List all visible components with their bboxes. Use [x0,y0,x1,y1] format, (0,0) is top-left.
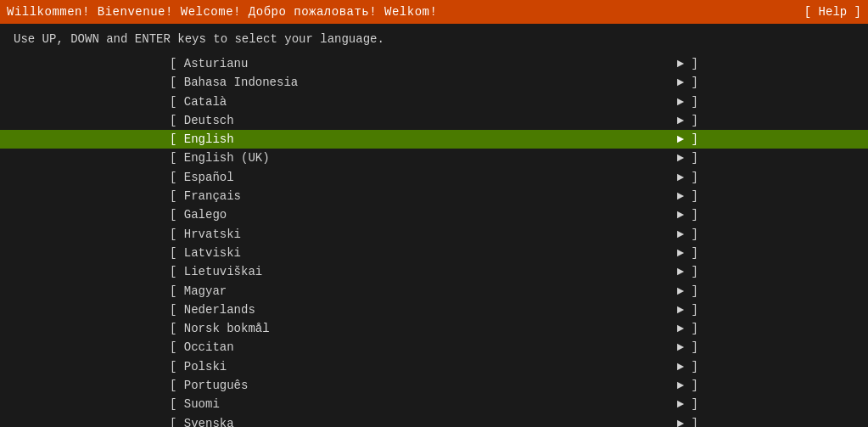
language-arrow-4: ► ] [677,131,698,148]
language-arrow-5: ► ] [677,149,698,166]
language-label-5: [ English (UK) [170,149,270,166]
language-arrow-16: ► ] [677,358,698,375]
language-item-2[interactable]: [ Català► ] [0,93,868,111]
language-arrow-0: ► ] [677,55,698,72]
language-item-16[interactable]: [ Polski► ] [0,357,868,376]
language-label-1: [ Bahasa Indonesia [170,74,298,91]
language-arrow-19: ► ] [677,415,698,427]
language-label-9: [ Hrvatski [170,226,241,243]
language-arrow-9: ► ] [677,226,698,243]
language-arrow-13: ► ] [677,301,698,318]
language-item-10[interactable]: [ Latviski► ] [0,244,868,262]
language-item-5[interactable]: [ English (UK)► ] [0,149,868,167]
language-item-17[interactable]: [ Português► ] [0,376,868,395]
language-label-17: [ Português [170,377,248,394]
language-item-14[interactable]: [ Norsk bokmål► ] [0,319,868,338]
language-arrow-2: ► ] [677,93,698,110]
language-label-18: [ Suomi [170,396,220,413]
language-item-11[interactable]: [ Lietuviškai► ] [0,262,868,281]
header-bar: Willkommen! Bienvenue! Welcome! Добро по… [0,0,868,24]
language-arrow-1: ► ] [677,74,698,91]
language-label-19: [ Svenska [170,415,234,427]
language-arrow-10: ► ] [677,244,698,261]
language-arrow-18: ► ] [677,396,698,413]
language-item-15[interactable]: [ Occitan► ] [0,338,868,357]
language-label-3: [ Deutsch [170,112,234,129]
language-label-0: [ Asturianu [170,55,248,72]
language-item-12[interactable]: [ Magyar► ] [0,282,868,301]
language-item-1[interactable]: [ Bahasa Indonesia► ] [0,73,868,92]
language-item-19[interactable]: [ Svenska► ] [0,414,868,427]
language-label-2: [ Català [170,93,227,110]
language-item-6[interactable]: [ Español► ] [0,168,868,187]
language-label-11: [ Lietuviškai [170,263,262,280]
language-label-7: [ Français [170,188,241,205]
language-arrow-7: ► ] [677,188,698,205]
language-arrow-14: ► ] [677,320,698,337]
help-button[interactable]: [ Help ] [804,5,861,19]
language-item-8[interactable]: [ Galego► ] [0,205,868,224]
language-label-8: [ Galego [170,206,227,223]
language-arrow-11: ► ] [677,263,698,280]
language-label-14: [ Norsk bokmål [170,320,270,337]
language-item-4[interactable]: [ English► ] [0,130,868,149]
language-item-9[interactable]: [ Hrvatski► ] [0,225,868,244]
language-label-13: [ Nederlands [170,301,255,318]
language-label-6: [ Español [170,169,234,186]
language-label-10: [ Latviski [170,244,241,261]
language-arrow-3: ► ] [677,112,698,129]
language-item-3[interactable]: [ Deutsch► ] [0,111,868,130]
language-arrow-17: ► ] [677,377,698,394]
language-item-0[interactable]: [ Asturianu► ] [0,54,868,73]
language-item-18[interactable]: [ Suomi► ] [0,395,868,413]
language-arrow-6: ► ] [677,169,698,186]
language-arrow-15: ► ] [677,339,698,356]
language-label-12: [ Magyar [170,283,227,300]
language-list: [ Asturianu► ][ Bahasa Indonesia► ][ Cat… [0,54,868,427]
language-item-13[interactable]: [ Nederlands► ] [0,301,868,319]
language-item-7[interactable]: [ Français► ] [0,187,868,205]
language-label-15: [ Occitan [170,339,234,356]
header-title: Willkommen! Bienvenue! Welcome! Добро по… [7,5,437,19]
language-arrow-12: ► ] [677,283,698,300]
instruction-text: Use UP, DOWN and ENTER keys to select yo… [0,24,868,54]
language-label-16: [ Polski [170,358,227,375]
language-label-4: [ English [170,131,234,148]
language-arrow-8: ► ] [677,206,698,223]
